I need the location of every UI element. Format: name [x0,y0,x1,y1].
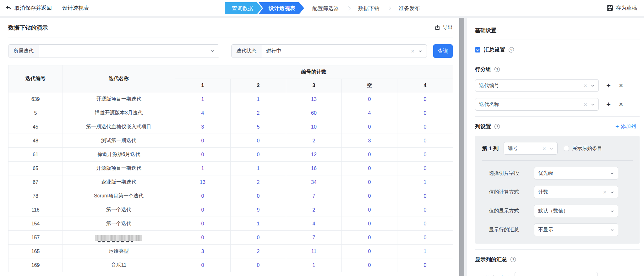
summary-settings-checkbox[interactable] [475,47,480,52]
clear-icon[interactable]: × [543,146,546,152]
cell-count-link[interactable]: 0 [342,148,397,162]
cell-count-link[interactable]: 0 [397,217,453,231]
help-icon[interactable]: ? [494,67,500,72]
cell-count-link[interactable]: 1 [175,92,231,106]
help-icon[interactable]: ? [494,124,500,129]
cell-count-link[interactable]: 0 [397,92,453,106]
add-column-button[interactable]: + 添加列 [615,123,636,130]
column-field-select[interactable]: 编号 × [504,142,558,155]
row-group-select-2[interactable]: 迭代名称 × [475,98,599,111]
cell-count-link[interactable]: 11 [286,245,342,258]
query-button[interactable]: 查询 [433,44,453,58]
cell-count-link[interactable]: 0 [397,148,453,162]
filter-iteration-select[interactable]: 所属迭代 [8,44,219,58]
cell-count-link[interactable]: 9 [231,203,286,217]
cell-count-link[interactable]: 0 [342,162,397,175]
cell-count-link[interactable]: 4 [286,217,342,231]
cell-count-link[interactable]: 0 [397,231,453,245]
step-1[interactable]: 查询数据 [225,2,262,14]
cell-count-link[interactable]: 2 [231,106,286,120]
row-group-select-1[interactable]: 迭代编号 × [475,79,599,92]
step-3[interactable]: 配置筛选器 [312,5,339,12]
cell-count-link[interactable]: 0 [397,203,453,217]
cell-count-link[interactable]: 2 [286,203,342,217]
cell-count-link[interactable]: 1 [286,258,342,272]
cell-count-link[interactable]: 4 [342,106,397,120]
cell-count-link[interactable]: 2 [286,134,342,148]
panel-scrollbar[interactable] [459,18,464,276]
summary-method-select[interactable]: 不显示 [515,272,598,276]
cell-count-link[interactable]: 0 [342,217,397,231]
save-draft-button[interactable]: 存为草稿 [607,4,637,12]
clear-icon[interactable]: × [603,189,607,195]
cell-count-link[interactable]: 1 [175,162,231,175]
cell-count-link[interactable]: 0 [342,92,397,106]
help-icon[interactable]: ? [510,257,516,262]
cell-count-link[interactable]: 1 [397,245,453,258]
cell-count-link[interactable]: 7 [286,189,342,203]
chevron-down-icon[interactable] [210,49,215,53]
cell-count-link[interactable]: 13 [175,175,231,189]
cell-count-link[interactable]: 1 [231,162,286,175]
cell-count-link[interactable]: 13 [286,92,342,106]
cell-count-link[interactable]: 0 [175,134,231,148]
cell-count-link[interactable]: 3 [175,120,231,134]
card-form-select[interactable]: 不显示 [534,224,618,236]
cell-count-link[interactable]: 0 [397,162,453,175]
card-form-select[interactable]: 计数 × [534,186,618,198]
cancel-save-return-button[interactable]: 取消保存并返回 [6,4,52,12]
chevron-down-icon[interactable] [591,84,595,88]
add-field-icon[interactable]: + [606,82,611,89]
chevron-down-icon[interactable] [610,209,614,213]
cell-count-link[interactable]: 0 [342,245,397,258]
step-5[interactable]: 准备发布 [399,5,420,12]
chevron-down-icon[interactable] [591,102,595,107]
remove-field-icon[interactable]: × [619,82,623,89]
chevron-down-icon[interactable] [549,146,554,151]
cell-count-link[interactable]: 34 [286,175,342,189]
clear-icon[interactable]: × [584,83,587,89]
show-original-checkbox[interactable] [564,146,569,151]
cell-count-link[interactable]: 0 [175,258,231,272]
cell-count-link[interactable]: 0 [175,148,231,162]
cell-count-link[interactable]: 0 [231,231,286,245]
card-form-select[interactable]: 优先级 [534,167,618,179]
cell-count-link[interactable]: 16 [286,162,342,175]
cell-count-link[interactable]: 1 [231,92,286,106]
cell-count-link[interactable]: 0 [231,258,286,272]
chevron-down-icon[interactable] [418,49,422,53]
cell-count-link[interactable]: 3 [342,134,397,148]
cell-count-link[interactable]: 10 [286,120,342,134]
chevron-down-icon[interactable] [610,190,614,194]
cell-count-link[interactable]: 1 [231,217,286,231]
cell-count-link[interactable]: 0 [342,189,397,203]
cell-count-link[interactable]: 0 [397,106,453,120]
cell-count-link[interactable]: 0 [397,134,453,148]
cell-count-link[interactable]: 0 [231,189,286,203]
add-field-icon[interactable]: + [606,101,611,108]
cell-count-link[interactable]: 3 [175,245,231,258]
step-4[interactable]: 数据下钻 [358,5,379,12]
cell-count-link[interactable]: 0 [397,189,453,203]
clear-icon[interactable]: × [411,48,414,54]
help-icon[interactable]: ? [509,47,514,52]
cell-count-link[interactable]: 0 [231,134,286,148]
cell-count-link[interactable]: 0 [397,258,453,272]
cell-count-link[interactable]: 0 [397,120,453,134]
cell-count-link[interactable]: 0 [175,231,231,245]
remove-field-icon[interactable]: × [619,101,623,108]
cell-count-link[interactable]: 0 [175,217,231,231]
cell-count-link[interactable]: 4 [175,106,231,120]
step-2[interactable]: 设计透视表 [259,2,304,14]
cell-count-link[interactable]: 60 [286,106,342,120]
cell-count-link[interactable]: 1 [397,175,453,189]
export-button[interactable]: 导出 [435,24,453,31]
filter-status-select[interactable]: 迭代状态 进行中 × [231,44,427,58]
cell-count-link[interactable]: 5 [231,120,286,134]
clear-icon[interactable]: × [584,102,587,108]
cell-count-link[interactable]: 2 [231,245,286,258]
cell-count-link[interactable]: 7 [286,231,342,245]
chevron-down-icon[interactable] [610,228,614,232]
cell-count-link[interactable]: 2 [231,175,286,189]
cell-count-link[interactable]: 0 [231,148,286,162]
